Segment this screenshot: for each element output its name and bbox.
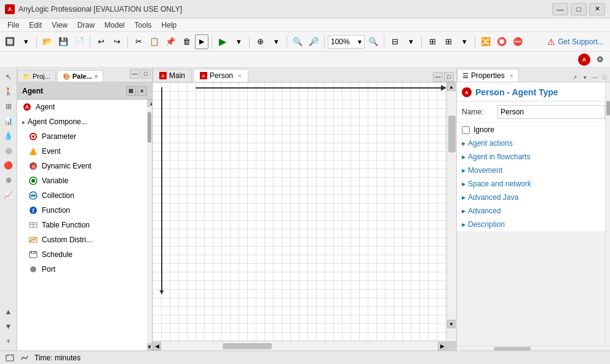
palette-item-table-function[interactable]: Table Function: [17, 218, 147, 232]
tb-special[interactable]: ▶: [195, 34, 208, 49]
icon-api[interactable]: ◎: [2, 144, 15, 157]
canvas-scrollbar-horizontal[interactable]: ◀ ▶: [152, 341, 446, 350]
props-minimize[interactable]: —: [590, 73, 599, 82]
palette-tab-close[interactable]: ×: [95, 73, 98, 80]
menu-draw[interactable]: Draw: [73, 20, 100, 31]
props-section-agent-actions[interactable]: ▶ Agent actions: [457, 136, 610, 150]
icon-bar-chart[interactable]: 📈: [2, 188, 15, 202]
tb-delete[interactable]: 🗑: [179, 34, 194, 49]
tb-save2[interactable]: 📄: [72, 34, 87, 49]
close-button[interactable]: ✕: [589, 3, 605, 15]
tb-save[interactable]: 💾: [56, 34, 71, 49]
menu-model[interactable]: Model: [100, 20, 130, 31]
props-section-movement[interactable]: ▶ Movement: [457, 164, 610, 177]
tb-run[interactable]: ▶: [215, 34, 230, 49]
tb-arrow-down[interactable]: ▾: [18, 34, 33, 49]
palette-item-agent[interactable]: A Agent: [17, 100, 147, 114]
menu-tools[interactable]: Tools: [130, 20, 157, 31]
tb-extra2[interactable]: ⭕: [494, 34, 509, 49]
tb-extra3[interactable]: ⛔: [510, 34, 525, 49]
canvas-grid[interactable]: [152, 82, 456, 350]
panel-minimize[interactable]: —: [130, 69, 140, 79]
maximize-button[interactable]: □: [571, 3, 587, 15]
tb-search2[interactable]: 🔎: [306, 34, 321, 49]
props-tab-properties[interactable]: ☰ Properties ×: [457, 69, 519, 82]
props-external[interactable]: ↗: [571, 73, 579, 82]
tb-new[interactable]: 🔲: [2, 34, 17, 49]
palette-item-custom-distri[interactable]: Custom Distri...: [17, 232, 147, 247]
props-section-description[interactable]: ▶ Description: [457, 218, 610, 231]
icon-add[interactable]: +: [2, 334, 15, 348]
icon-scroll-down[interactable]: ▼: [2, 320, 15, 333]
canvas-scroll-left[interactable]: ◀: [152, 342, 161, 350]
props-section-agent-flowcharts[interactable]: ▶ Agent in flowcharts: [457, 150, 610, 164]
props-section-advanced-java[interactable]: ▶ Advanced Java: [457, 191, 610, 204]
icon-grid[interactable]: ⊞: [2, 100, 15, 113]
icon-select[interactable]: ↖: [2, 70, 15, 84]
props-name-input[interactable]: [497, 105, 605, 119]
minimize-button[interactable]: —: [552, 3, 568, 15]
props-section-advanced[interactable]: ▶ Advanced: [457, 204, 610, 218]
palette-item-variable[interactable]: Variable: [17, 173, 147, 188]
tb-grid3[interactable]: ▾: [457, 34, 472, 49]
tb-redo[interactable]: ↪: [109, 34, 124, 49]
palette-item-agent-components[interactable]: ▸ Agent Compone...: [17, 114, 147, 129]
canvas-tab-person[interactable]: A Person ×: [193, 69, 248, 82]
tb-grid[interactable]: ⊞: [425, 34, 440, 49]
tb-palette-icon[interactable]: A: [578, 53, 590, 66]
props-scrollbar-h[interactable]: [457, 346, 610, 350]
menu-help[interactable]: Help: [157, 20, 182, 31]
tb-grid2[interactable]: ⊞: [441, 34, 456, 49]
tb-paste[interactable]: 📌: [163, 34, 178, 49]
canvas-maximize[interactable]: □: [444, 72, 454, 82]
panel-maximize[interactable]: □: [141, 69, 151, 79]
palette-close-btn[interactable]: ×: [137, 86, 147, 96]
props-ignore-checkbox[interactable]: [462, 126, 470, 134]
props-section-space-network[interactable]: ▶ Space and network: [457, 177, 610, 191]
palette-item-schedule[interactable]: Schedule: [17, 247, 147, 262]
palette-item-function[interactable]: f Function: [17, 203, 147, 218]
palette-item-event[interactable]: Event: [17, 144, 147, 159]
tb-undo[interactable]: ↩: [93, 34, 108, 49]
icon-chart[interactable]: 📊: [2, 114, 15, 128]
tb-cut[interactable]: ✂: [131, 34, 146, 49]
icon-drop[interactable]: 💧: [2, 129, 15, 143]
tb-run-arrow[interactable]: ▾: [231, 34, 246, 49]
tb-settings-icon[interactable]: ⚙: [593, 52, 608, 67]
tb-snap[interactable]: ⊟: [387, 34, 402, 49]
person-tab-close[interactable]: ×: [238, 73, 242, 79]
canvas-scroll-right[interactable]: ▶: [438, 342, 446, 350]
palette-scroll-up-arrow[interactable]: ▲: [147, 100, 152, 107]
tb-copy[interactable]: 📋: [147, 34, 162, 49]
tb-snap2[interactable]: ▾: [403, 34, 418, 49]
menu-file[interactable]: File: [2, 20, 24, 31]
canvas-tab-main[interactable]: A Main: [152, 69, 192, 82]
zoom-dropdown-icon[interactable]: ▾: [358, 38, 362, 46]
tb-open[interactable]: 📂: [40, 34, 55, 49]
icon-person[interactable]: 🚶: [2, 85, 15, 98]
tb-search[interactable]: 🔍: [290, 34, 305, 49]
palette-item-port[interactable]: Port: [17, 262, 147, 277]
palette-item-dynamic-event[interactable]: ⚙ Dynamic Event: [17, 159, 147, 173]
icon-connect[interactable]: ⊕: [2, 173, 15, 187]
tab-project[interactable]: 📁 Proj...: [17, 70, 56, 82]
canvas-minimize[interactable]: —: [433, 72, 443, 82]
tab-palette[interactable]: 🎨 Pale... ×: [57, 70, 104, 82]
tb-target[interactable]: ⊕: [253, 34, 267, 49]
get-support-button[interactable]: ⚠ Get Support...: [544, 36, 608, 48]
canvas-scroll-down[interactable]: ▼: [447, 320, 456, 328]
palette-scroll-down-arrow[interactable]: ▼: [147, 343, 152, 350]
canvas-scroll-up[interactable]: ▲: [447, 82, 456, 91]
palette-item-collection[interactable]: Collection: [17, 188, 147, 203]
palette-scrollbar[interactable]: ▲ ▼: [147, 100, 152, 350]
tb-extra1[interactable]: 🔀: [478, 34, 493, 49]
palette-layout-btn[interactable]: ⊞: [126, 86, 136, 96]
canvas-scrollbar-track[interactable]: [161, 343, 438, 349]
tb-zoom-search[interactable]: 🔍: [366, 34, 381, 49]
icon-scroll-up[interactable]: ▲: [2, 305, 15, 318]
canvas-scrollbar-vertical[interactable]: ▲ ▼: [446, 82, 456, 339]
tb-more[interactable]: ▾: [269, 34, 283, 49]
props-maximize[interactable]: □: [600, 73, 609, 82]
zoom-control[interactable]: 100% ▾: [328, 35, 365, 49]
menu-view[interactable]: View: [47, 20, 73, 31]
